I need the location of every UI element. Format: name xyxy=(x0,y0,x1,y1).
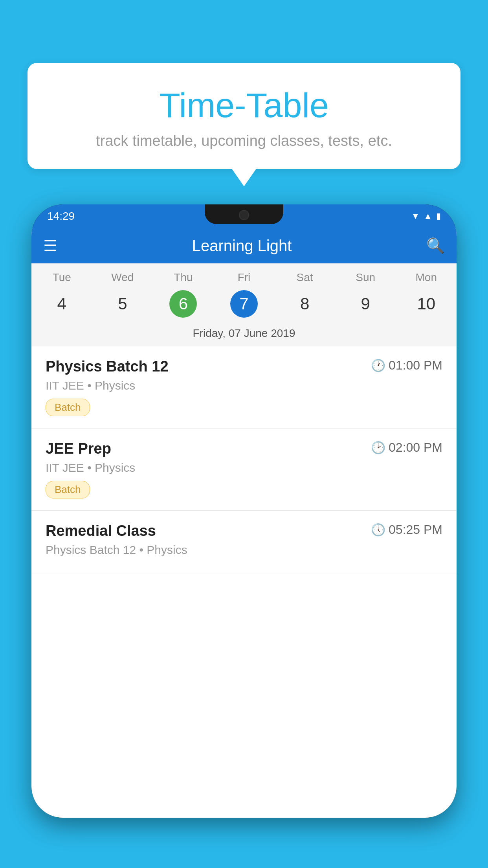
clock-icon-2: 🕑 xyxy=(371,441,385,454)
day-5[interactable]: 5 xyxy=(92,290,153,318)
day-headers: Tue Wed Thu Fri Sat Sun Mon xyxy=(31,263,457,287)
wifi-icon: ▼ xyxy=(411,211,420,221)
day-header-fri: Fri xyxy=(214,271,275,284)
day-header-sat: Sat xyxy=(274,271,335,284)
schedule-subtitle-1: IIT JEE • Physics xyxy=(46,379,442,392)
day-header-tue: Tue xyxy=(31,271,92,284)
bubble-title: Time-Table xyxy=(43,86,445,125)
schedule-item-1[interactable]: Physics Batch 12 🕐 01:00 PM IIT JEE • Ph… xyxy=(31,346,457,428)
bubble-subtitle: track timetable, upcoming classes, tests… xyxy=(43,132,445,149)
speech-bubble-container: Time-Table track timetable, upcoming cla… xyxy=(28,63,460,169)
phone-frame: 14:29 ▼ ▲ ▮ ☰ Learning Light 🔍 Tue Wed T… xyxy=(31,204,457,818)
phone-camera xyxy=(239,210,249,220)
search-icon[interactable]: 🔍 xyxy=(426,237,445,254)
day-header-sun: Sun xyxy=(335,271,396,284)
schedule-title-3: Remedial Class xyxy=(46,522,156,539)
selected-date-label: Friday, 07 June 2019 xyxy=(31,323,457,346)
schedule-time-1: 🕐 01:00 PM xyxy=(371,358,442,373)
menu-icon[interactable]: ☰ xyxy=(43,238,57,254)
schedule-title-2: JEE Prep xyxy=(46,440,111,457)
phone-container: 14:29 ▼ ▲ ▮ ☰ Learning Light 🔍 Tue Wed T… xyxy=(31,204,457,868)
schedule-item-1-header: Physics Batch 12 🕐 01:00 PM xyxy=(46,358,442,375)
speech-bubble: Time-Table track timetable, upcoming cla… xyxy=(28,63,460,169)
day-10[interactable]: 10 xyxy=(396,290,457,318)
day-6-today[interactable]: 6 xyxy=(153,290,214,318)
schedule-item-2[interactable]: JEE Prep 🕑 02:00 PM IIT JEE • Physics Ba… xyxy=(31,428,457,511)
calendar-section: Tue Wed Thu Fri Sat Sun Mon 4 5 6 7 8 9 … xyxy=(31,263,457,346)
clock-icon-3: 🕔 xyxy=(371,523,385,537)
app-bar: ☰ Learning Light 🔍 xyxy=(31,228,457,263)
schedule-item-3[interactable]: Remedial Class 🕔 05:25 PM Physics Batch … xyxy=(31,511,457,575)
schedule-subtitle-3: Physics Batch 12 • Physics xyxy=(46,543,442,557)
schedule-item-2-header: JEE Prep 🕑 02:00 PM xyxy=(46,440,442,457)
status-time: 14:29 xyxy=(47,210,75,223)
battery-icon: ▮ xyxy=(436,211,441,221)
schedule-title-1: Physics Batch 12 xyxy=(46,358,169,375)
clock-icon-1: 🕐 xyxy=(371,359,385,372)
batch-badge-2: Batch xyxy=(46,481,90,498)
day-numbers: 4 5 6 7 8 9 10 xyxy=(31,287,457,323)
day-4[interactable]: 4 xyxy=(31,290,92,318)
day-9[interactable]: 9 xyxy=(335,290,396,318)
batch-badge-1: Batch xyxy=(46,399,90,416)
phone-screen: ☰ Learning Light 🔍 Tue Wed Thu Fri Sat S… xyxy=(31,228,457,818)
day-7-selected[interactable]: 7 xyxy=(214,290,275,318)
signal-icon: ▲ xyxy=(424,211,432,221)
day-header-mon: Mon xyxy=(396,271,457,284)
phone-notch xyxy=(205,204,283,224)
day-8[interactable]: 8 xyxy=(274,290,335,318)
schedule-time-3: 🕔 05:25 PM xyxy=(371,522,442,537)
status-icons: ▼ ▲ ▮ xyxy=(411,211,441,221)
schedule-time-2: 🕑 02:00 PM xyxy=(371,440,442,455)
app-title: Learning Light xyxy=(69,237,415,255)
schedule-item-3-header: Remedial Class 🕔 05:25 PM xyxy=(46,522,442,539)
day-header-wed: Wed xyxy=(92,271,153,284)
schedule-subtitle-2: IIT JEE • Physics xyxy=(46,461,442,474)
schedule-list: Physics Batch 12 🕐 01:00 PM IIT JEE • Ph… xyxy=(31,346,457,575)
day-header-thu: Thu xyxy=(153,271,214,284)
